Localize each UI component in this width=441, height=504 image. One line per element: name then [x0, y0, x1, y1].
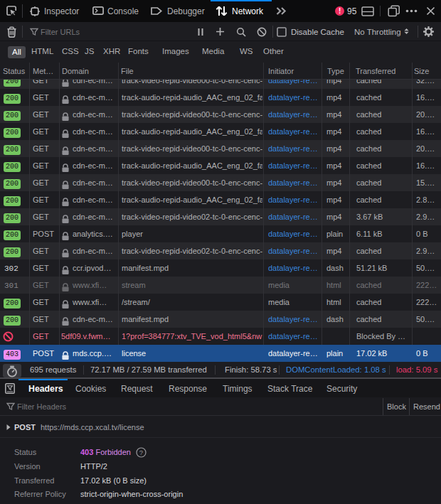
svg-text:?: ?: [139, 449, 143, 456]
